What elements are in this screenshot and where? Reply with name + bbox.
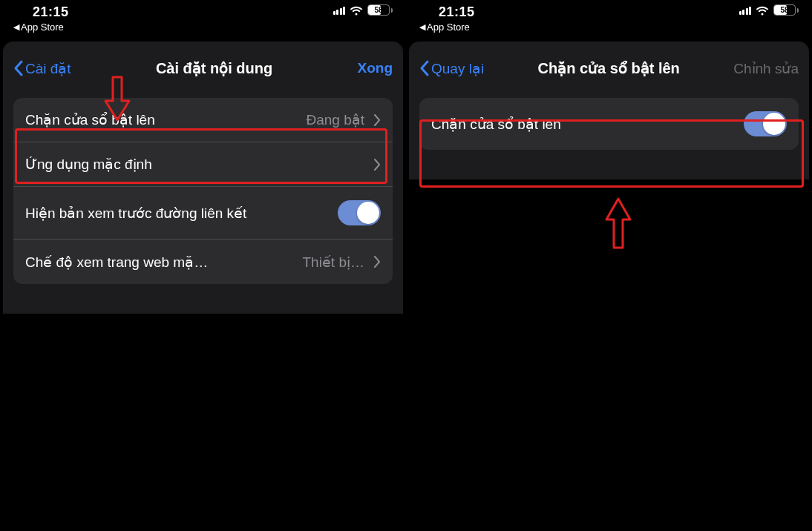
back-triangle-icon: ◀ bbox=[419, 22, 425, 32]
nav-back-button[interactable]: Cài đặt bbox=[13, 60, 71, 77]
wifi-icon bbox=[756, 5, 769, 16]
back-to-app[interactable]: ◀ App Store bbox=[419, 22, 475, 33]
status-time: 21:15 bbox=[13, 4, 69, 20]
chevron-right-icon bbox=[373, 256, 381, 268]
row-value: Thiết bị… bbox=[302, 254, 364, 271]
row-label: Chế độ xem trang web mặ… bbox=[25, 254, 302, 271]
settings-sheet: Quay lại Chặn cửa sổ bật lên Chỉnh sửa C… bbox=[409, 42, 809, 179]
phone-right: 21:15 ◀ App Store 58 Quay lại Chặn cửa s… bbox=[406, 0, 812, 531]
nav-bar: Cài đặt Cài đặt nội dung Xong bbox=[3, 42, 403, 98]
status-time: 21:15 bbox=[419, 4, 475, 20]
back-triangle-icon: ◀ bbox=[13, 22, 19, 32]
row-label: Chặn cửa sổ bật lên bbox=[431, 116, 744, 133]
nav-title: Chặn cửa sổ bật lên bbox=[490, 59, 727, 77]
chevron-left-icon bbox=[419, 60, 430, 76]
row-value: Đang bật bbox=[306, 111, 364, 128]
edit-button[interactable]: Chỉnh sửa bbox=[733, 60, 799, 77]
chevron-right-icon bbox=[373, 114, 381, 126]
status-bar: 21:15 ◀ App Store 58 bbox=[0, 0, 406, 36]
back-to-app[interactable]: ◀ App Store bbox=[13, 22, 69, 33]
phone-left: 21:15 ◀ App Store 58 Cài đặt Cài đặt nội… bbox=[0, 0, 406, 531]
row-popup-blocker[interactable]: Chặn cửa sổ bật lên Đang bật bbox=[13, 98, 393, 142]
battery-icon: 58 bbox=[773, 4, 799, 16]
wifi-icon bbox=[350, 5, 363, 16]
row-label: Chặn cửa sổ bật lên bbox=[25, 111, 306, 128]
popup-blocker-toggle[interactable] bbox=[744, 111, 787, 136]
settings-list: Chặn cửa sổ bật lên bbox=[419, 98, 799, 150]
link-preview-toggle[interactable] bbox=[338, 200, 381, 225]
settings-list: Chặn cửa sổ bật lên Đang bật Ứng dụng mặ… bbox=[13, 98, 393, 284]
nav-back-button[interactable]: Quay lại bbox=[419, 60, 484, 77]
chevron-left-icon bbox=[13, 60, 24, 76]
chevron-right-icon bbox=[373, 159, 381, 171]
annotation-arrow-up bbox=[603, 196, 633, 251]
status-bar: 21:15 ◀ App Store 58 bbox=[406, 0, 812, 36]
cellular-icon bbox=[333, 5, 346, 15]
row-label: Hiện bản xem trước đường liên kết bbox=[25, 205, 338, 222]
battery-icon: 58 bbox=[367, 4, 393, 16]
settings-sheet: Cài đặt Cài đặt nội dung Xong Chặn cửa s… bbox=[3, 42, 403, 314]
done-button[interactable]: Xong bbox=[358, 60, 393, 76]
row-popup-blocker-toggle[interactable]: Chặn cửa sổ bật lên bbox=[419, 98, 799, 150]
row-label: Ứng dụng mặc định bbox=[25, 156, 367, 173]
row-default-app[interactable]: Ứng dụng mặc định bbox=[13, 142, 393, 187]
nav-title: Cài đặt nội dung bbox=[77, 59, 352, 77]
nav-bar: Quay lại Chặn cửa sổ bật lên Chỉnh sửa bbox=[409, 42, 809, 98]
row-link-preview[interactable]: Hiện bản xem trước đường liên kết bbox=[13, 187, 393, 240]
row-default-website-mode[interactable]: Chế độ xem trang web mặ… Thiết bị… bbox=[13, 240, 393, 284]
cellular-icon bbox=[739, 5, 752, 15]
